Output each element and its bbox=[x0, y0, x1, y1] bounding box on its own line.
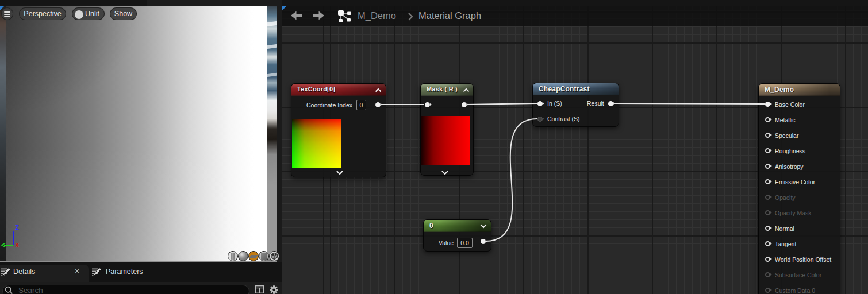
svg-text:X: X bbox=[15, 242, 20, 249]
svg-text:Z: Z bbox=[15, 224, 19, 231]
